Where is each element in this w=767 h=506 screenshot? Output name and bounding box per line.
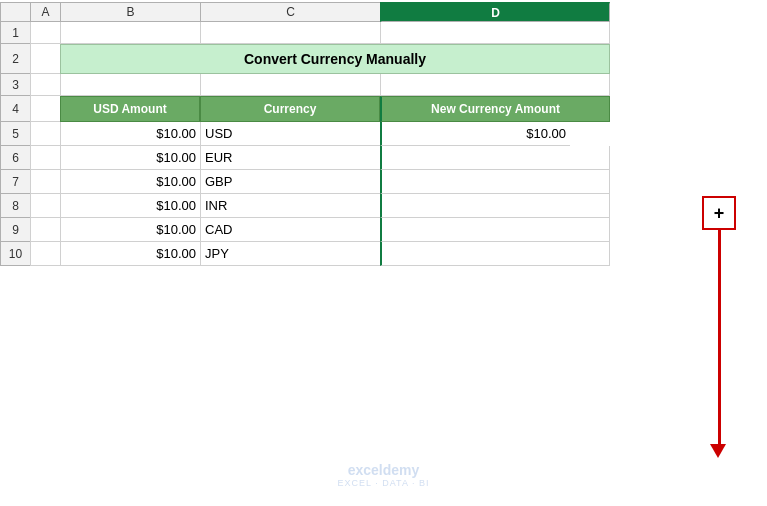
cell-d10[interactable] — [380, 242, 610, 266]
cell-b6[interactable]: $10.00 — [60, 146, 200, 170]
cell-a8[interactable] — [30, 194, 60, 218]
row-num-9: 9 — [0, 218, 30, 242]
cell-a2[interactable] — [30, 44, 60, 74]
row-6: 6 $10.00 EUR — [30, 146, 767, 170]
row-5: 5 $10.00 USD $10.00 — [30, 122, 767, 146]
row-9: 9 $10.00 CAD — [30, 218, 767, 242]
drag-fill-indicator: + — [702, 196, 736, 230]
spreadsheet: A B C D 1 2 Convert Currency Manually — [0, 2, 767, 506]
cell-b1[interactable] — [60, 22, 200, 44]
cell-d6[interactable] — [380, 146, 610, 170]
row-8: 8 $10.00 INR — [30, 194, 767, 218]
cell-d7[interactable] — [380, 170, 610, 194]
cell-c6[interactable]: EUR — [200, 146, 380, 170]
cell-c10[interactable]: JPY — [200, 242, 380, 266]
cell-b5[interactable]: $10.00 — [60, 122, 200, 146]
row-1: 1 — [30, 22, 767, 44]
col-header-b: B — [60, 2, 200, 22]
row-num-6: 6 — [0, 146, 30, 170]
row-num-10: 10 — [0, 242, 30, 266]
col-header-a: A — [30, 2, 60, 22]
row-num-5: 5 — [0, 122, 30, 146]
cell-title[interactable]: Convert Currency Manually — [60, 44, 610, 74]
row-4: 4 USD Amount Currency New Currency Amoun… — [30, 96, 767, 122]
row-10: 10 $10.00 JPY — [30, 242, 767, 266]
cell-b4-header[interactable]: USD Amount — [60, 96, 200, 122]
cell-d5[interactable]: $10.00 — [380, 122, 570, 146]
cell-a7[interactable] — [30, 170, 60, 194]
drag-arrow-shaft — [718, 230, 721, 450]
col-header-c: C — [200, 2, 380, 22]
cell-a6[interactable] — [30, 146, 60, 170]
row-3: 3 — [30, 74, 767, 96]
watermark: exceldemy EXCEL · DATA · BI — [338, 462, 430, 488]
col-header-d: D — [380, 2, 610, 22]
cell-a9[interactable] — [30, 218, 60, 242]
drag-arrow-head — [710, 444, 726, 458]
cell-d3[interactable] — [380, 74, 610, 96]
row-num-8: 8 — [0, 194, 30, 218]
row-7: 7 $10.00 GBP — [30, 170, 767, 194]
cell-d8[interactable] — [380, 194, 610, 218]
cell-a3[interactable] — [30, 74, 60, 96]
cell-b10[interactable]: $10.00 — [60, 242, 200, 266]
row-2: 2 Convert Currency Manually — [30, 44, 767, 74]
cell-b9[interactable]: $10.00 — [60, 218, 200, 242]
cell-a4[interactable] — [30, 96, 60, 122]
cell-b8[interactable]: $10.00 — [60, 194, 200, 218]
cell-d9[interactable] — [380, 218, 610, 242]
cell-c1[interactable] — [200, 22, 380, 44]
cell-d1[interactable] — [380, 22, 610, 44]
cell-d4-header[interactable]: New Currency Amount — [380, 96, 610, 122]
row-num-3: 3 — [0, 74, 30, 96]
cell-b7[interactable]: $10.00 — [60, 170, 200, 194]
cell-c5[interactable]: USD — [200, 122, 380, 146]
cell-c8[interactable]: INR — [200, 194, 380, 218]
cell-a5[interactable] — [30, 122, 60, 146]
row-num-7: 7 — [0, 170, 30, 194]
cell-c3[interactable] — [200, 74, 380, 96]
cell-c9[interactable]: CAD — [200, 218, 380, 242]
row-num-4: 4 — [0, 96, 30, 122]
cell-c4-header[interactable]: Currency — [200, 96, 380, 122]
row-num-1: 1 — [0, 22, 30, 44]
row-num-2: 2 — [0, 44, 30, 74]
cell-c7[interactable]: GBP — [200, 170, 380, 194]
cell-b3[interactable] — [60, 74, 200, 96]
corner-cell — [0, 2, 30, 22]
cell-d5-extra — [570, 122, 610, 146]
cell-a10[interactable] — [30, 242, 60, 266]
cell-a1[interactable] — [30, 22, 60, 44]
